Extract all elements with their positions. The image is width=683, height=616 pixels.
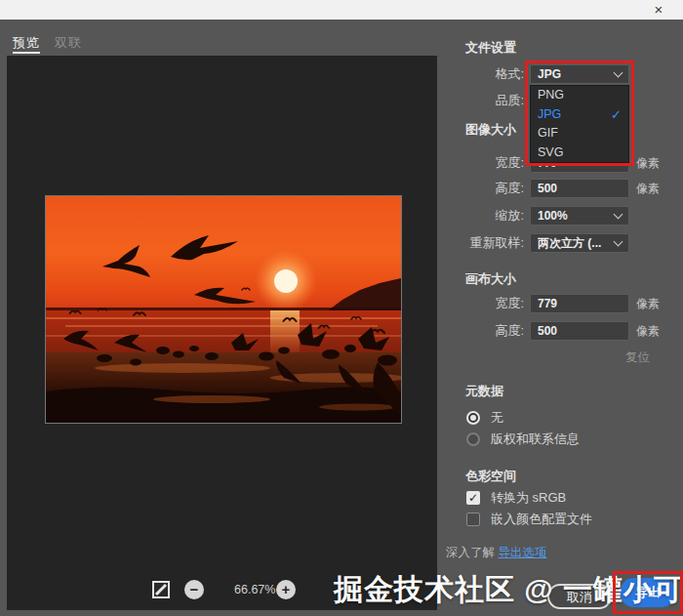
resample-select[interactable]: 两次立方 (... <box>530 233 629 253</box>
canvas-height-unit: 像素 <box>636 321 660 341</box>
embed-profile-checkbox[interactable] <box>466 513 480 526</box>
quality-label: 品质: <box>439 91 524 110</box>
image-width-unit: 像素 <box>636 153 660 173</box>
menu-item-label: GIF <box>538 124 558 144</box>
zoom-in-button[interactable]: + <box>276 580 296 599</box>
metadata-none-radio[interactable] <box>466 411 480 425</box>
metadata-copyright-label: 版权和联系信息 <box>491 431 580 447</box>
export-as-dialog: × 预览 双联 <box>0 0 683 616</box>
scale-value: 100% <box>538 207 568 225</box>
format-label: 格式: <box>439 64 524 84</box>
sunset-birds-photo <box>46 196 401 423</box>
chevron-down-icon <box>614 237 623 247</box>
image-size-heading: 图像大小 <box>465 121 516 139</box>
metadata-copyright-radio[interactable] <box>466 432 480 446</box>
convert-srgb-checkbox[interactable]: ✓ <box>466 491 480 505</box>
check-icon: ✓ <box>611 105 622 125</box>
convert-srgb-label: 转换为 sRGB <box>491 490 566 506</box>
image-height-unit: 像素 <box>636 179 660 198</box>
zoom-out-button[interactable]: − <box>184 580 204 599</box>
canvas-height-input[interactable]: 500 <box>530 321 629 341</box>
tab-two-up[interactable]: 双联 <box>55 34 82 52</box>
canvas-height-label: 高度: <box>439 321 524 341</box>
menu-item-label: SVG <box>538 144 563 163</box>
image-width-label: 宽度: <box>439 153 524 173</box>
menu-item-gif[interactable]: GIF <box>531 124 628 144</box>
export-options-link[interactable]: 导出选项 <box>498 546 546 559</box>
close-icon[interactable]: × <box>646 0 671 20</box>
color-space-heading: 色彩空间 <box>465 468 516 485</box>
canvas-width-label: 宽度: <box>439 294 524 313</box>
metadata-none-label: 无 <box>491 410 503 426</box>
canvas-width-unit: 像素 <box>636 294 660 313</box>
menu-item-png[interactable]: PNG <box>531 86 628 105</box>
embed-profile-label: 嵌入颜色配置文件 <box>491 512 592 527</box>
menu-item-jpg[interactable]: JPG ✓ <box>531 105 628 125</box>
format-select[interactable]: JPG <box>530 64 629 84</box>
menu-item-label: JPG <box>538 105 561 125</box>
resample-label: 重新取样: <box>439 233 524 253</box>
cancel-button[interactable]: 取消 <box>547 584 612 609</box>
learn-more-text: 深入了解 <box>446 546 495 559</box>
format-value: JPG <box>538 65 561 83</box>
canvas-size-heading: 画布大小 <box>465 270 516 288</box>
export-button[interactable]: 导出 <box>620 578 676 607</box>
chevron-down-icon <box>614 210 623 220</box>
photo-canvas <box>46 196 401 423</box>
learn-more-row: 深入了解 导出选项 <box>446 545 546 561</box>
file-settings-heading: 文件设置 <box>465 39 516 57</box>
zoom-level: 66.67% <box>234 583 275 596</box>
reset-button[interactable]: 复位 <box>625 349 650 366</box>
image-height-label: 高度: <box>439 179 524 198</box>
image-height-input[interactable]: 500 <box>530 179 629 198</box>
tab-preview-underline <box>13 52 40 54</box>
scale-select[interactable]: 100% <box>530 206 629 226</box>
metadata-heading: 元数据 <box>465 383 503 400</box>
menu-item-label: PNG <box>538 86 564 105</box>
window-titlebar <box>0 0 683 20</box>
menu-item-svg[interactable]: SVG <box>531 144 628 163</box>
format-dropdown-menu: PNG JPG ✓ GIF SVG <box>530 85 629 163</box>
resample-value: 两次立方 (... <box>538 234 601 252</box>
fit-view-icon[interactable] <box>152 581 170 598</box>
canvas-width-input[interactable]: 779 <box>530 294 629 313</box>
chevron-down-icon <box>614 68 623 78</box>
tab-preview[interactable]: 预览 <box>13 34 40 52</box>
scale-label: 缩放: <box>439 206 524 226</box>
